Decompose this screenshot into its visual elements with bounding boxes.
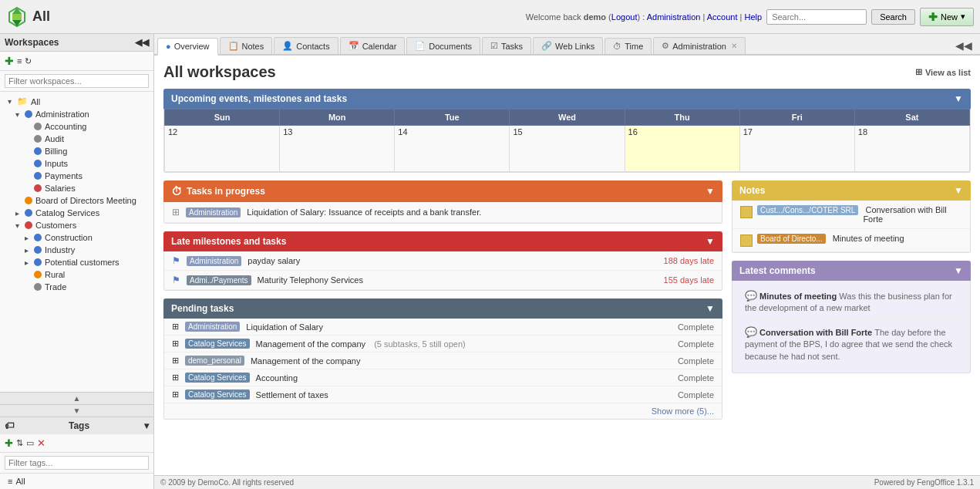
view-as-list-button[interactable]: ⊞ View as list <box>915 67 971 77</box>
tags-collapse-icon[interactable]: ▾ <box>144 420 149 431</box>
cal-cell-16[interactable]: 16 <box>625 126 739 172</box>
late-milestones-header[interactable]: Late milestones and tasks ▼ <box>163 231 722 251</box>
calendar-section-header[interactable]: Upcoming events, milestones and tasks ▼ <box>163 89 971 109</box>
sidebar-item-potential[interactable]: ▸ Potential customers <box>0 256 153 268</box>
tags-all-item[interactable]: ≡ All <box>0 474 153 489</box>
sidebar-scroll-up[interactable]: ▲ <box>0 392 153 404</box>
sidebar-item-industry[interactable]: ▸ Industry <box>0 244 153 256</box>
milestone-text-2: Maturity Telephony Services <box>258 275 363 285</box>
latest-comments-collapse-icon[interactable]: ▼ <box>954 265 963 276</box>
pending-tag-5[interactable]: Catalog Services <box>185 390 250 400</box>
time-icon: ⏱ <box>613 42 621 51</box>
calendar-collapse-icon[interactable]: ▼ <box>954 93 963 104</box>
tag-box-icon[interactable]: ▭ <box>26 438 34 448</box>
tabs-collapse-button[interactable]: ◀◀ <box>951 38 977 53</box>
svg-marker-3 <box>12 20 22 26</box>
notes-collapse-icon[interactable]: ▼ <box>954 185 963 196</box>
cal-cell-18[interactable]: 18 <box>854 126 969 172</box>
milestone-tag-2[interactable]: Admi../Payments <box>187 275 251 285</box>
tags-header[interactable]: 🏷 Tags ▾ <box>0 417 153 434</box>
pending-tasks-collapse-icon[interactable]: ▼ <box>706 303 715 314</box>
sidebar-collapse-icon[interactable]: ◀◀ <box>135 37 149 48</box>
sidebar-item-accounting[interactable]: Accounting <box>0 120 153 133</box>
notes-tag-1[interactable]: Cust.../Cons.../COTER SRL <box>757 205 858 215</box>
account-link[interactable]: Account <box>707 12 738 22</box>
tab-documents[interactable]: 📄 Documents <box>406 37 480 54</box>
tab-contacts[interactable]: 👤 Contacts <box>274 37 338 54</box>
pending-icon: ⊞ <box>172 339 179 349</box>
pending-status-4: Complete <box>678 373 714 383</box>
app-title: All <box>32 8 50 25</box>
add-tag-icon[interactable]: ✚ <box>5 437 13 449</box>
tab-time[interactable]: ⏱ Time <box>605 38 652 54</box>
sidebar-item-construction[interactable]: ▸ Construction <box>0 231 153 244</box>
pending-tag-1[interactable]: Administration <box>185 322 240 332</box>
pending-tag-3[interactable]: demo_personal <box>185 356 244 366</box>
main-content: All workspaces ⊞ View as list Upcoming e… <box>154 56 980 475</box>
latest-comments-title: Latest comments <box>739 265 816 276</box>
admin-link[interactable]: Administration <box>647 12 701 22</box>
sidebar-item-salaries[interactable]: Salaries <box>0 182 153 194</box>
sidebar-item-catalog[interactable]: ▸ Catalog Services <box>0 207 153 219</box>
tab-tasks[interactable]: ☑ Tasks <box>482 37 531 54</box>
tasks-in-progress-title: Tasks in progress <box>187 186 265 197</box>
logout-link[interactable]: Logout <box>611 12 638 22</box>
workspace-dot <box>34 184 42 192</box>
sidebar-item-customers[interactable]: ▾ Customers <box>0 219 153 231</box>
sidebar-item-trade[interactable]: Trade <box>0 281 153 293</box>
task-tag-1[interactable]: Administration <box>186 207 241 218</box>
search-button[interactable]: Search <box>871 9 915 25</box>
sidebar-item-billing[interactable]: Billing <box>0 145 153 157</box>
help-link[interactable]: Help <box>745 12 763 22</box>
expand-icon: ▸ <box>22 258 31 267</box>
sort-tag-icon[interactable]: ⇅ <box>16 438 23 448</box>
sidebar-item-audit[interactable]: Audit <box>0 133 153 145</box>
notes-tag-2[interactable]: Board of Directo... <box>757 234 826 244</box>
cal-cell-12[interactable]: 12 <box>165 126 280 172</box>
pending-tasks-header[interactable]: Pending tasks ▼ <box>163 298 722 319</box>
pending-tag-4[interactable]: Catalog Services <box>185 373 250 383</box>
latest-comments-header[interactable]: Latest comments ▼ <box>732 261 971 281</box>
sidebar-item-label: Potential customers <box>45 258 120 267</box>
cal-cell-14[interactable]: 14 <box>395 126 510 172</box>
tasks-collapse-icon[interactable]: ▼ <box>706 186 715 197</box>
tab-weblinks[interactable]: 🔗 Web Links <box>533 37 603 54</box>
tab-overview[interactable]: ● Overview <box>157 38 218 56</box>
sidebar-scroll-down[interactable]: ▼ <box>0 404 153 416</box>
sidebar-item-label: Trade <box>45 282 66 292</box>
sidebar-item-administration[interactable]: ▾ Administration <box>0 108 153 120</box>
tags-filter-input[interactable] <box>5 456 149 470</box>
tab-notes[interactable]: 📋 Notes <box>220 37 273 54</box>
tab-label: Time <box>625 42 643 51</box>
search-input[interactable] <box>766 9 867 25</box>
cal-cell-17[interactable]: 17 <box>739 126 854 172</box>
refresh-icon[interactable]: ↻ <box>25 56 32 66</box>
cal-cell-15[interactable]: 15 <box>510 126 625 172</box>
cal-cell-13[interactable]: 13 <box>280 126 395 172</box>
list-view-icon[interactable]: ≡ <box>17 56 22 66</box>
add-workspace-icon[interactable]: ✚ <box>5 55 14 67</box>
notes-header[interactable]: Notes ▼ <box>732 180 971 201</box>
pending-status-3: Complete <box>678 356 714 366</box>
milestone-tag-1[interactable]: Administration <box>187 256 241 266</box>
tasks-in-progress-header[interactable]: ⏱ Tasks in progress ▼ <box>163 180 722 202</box>
new-button[interactable]: ✚ New ▾ <box>920 8 974 26</box>
tab-calendar[interactable]: 📅 Calendar <box>340 37 406 54</box>
milestone-days-1: 188 days late <box>664 256 714 265</box>
sidebar-item-payments[interactable]: Payments <box>0 170 153 182</box>
sidebar-item-board[interactable]: Board of Directors Meeting <box>0 194 153 207</box>
show-more-button[interactable]: Show more (5)... <box>164 403 722 419</box>
late-milestones-collapse-icon[interactable]: ▼ <box>706 236 715 247</box>
tags-toolbar: ✚ ⇅ ▭ ✕ <box>0 434 153 453</box>
tab-close-icon[interactable]: ✕ <box>731 42 737 50</box>
task-icon: ⊞ <box>172 207 180 218</box>
workspace-filter-input[interactable] <box>5 74 149 88</box>
sidebar-item-all[interactable]: ▾ 📁 All <box>0 95 153 108</box>
sidebar-item-rural[interactable]: Rural <box>0 268 153 281</box>
sidebar-item-inputs[interactable]: Inputs <box>0 157 153 170</box>
new-label: New <box>941 12 958 22</box>
tab-administration[interactable]: ⚙ Administration ✕ <box>653 37 746 54</box>
task-row-1: ⊞ Administration Liquidation of Salary: … <box>164 202 722 223</box>
pending-tag-2[interactable]: Catalog Services <box>185 339 250 349</box>
delete-tag-icon[interactable]: ✕ <box>37 437 45 449</box>
